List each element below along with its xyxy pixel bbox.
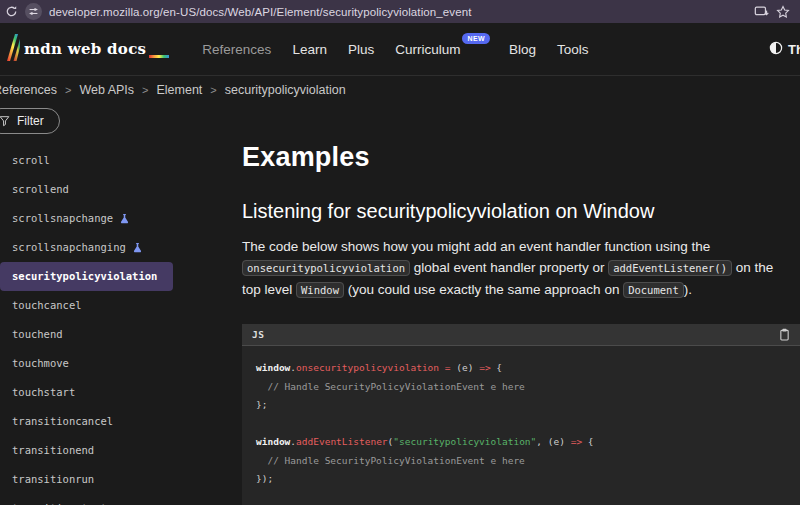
breadcrumb-separator: > bbox=[210, 84, 216, 96]
sidebar-event-list: scrollscrollendscrollsnapchangescrollsna… bbox=[0, 146, 242, 505]
browser-chrome: developer.mozilla.org/en-US/docs/Web/API… bbox=[0, 0, 800, 23]
code-line: window.onsecuritypolicyviolation = (e) =… bbox=[256, 359, 786, 378]
examples-heading: Examples bbox=[242, 142, 800, 173]
description-paragraph: The code below shows how you might add a… bbox=[242, 236, 794, 301]
experimental-flask-icon bbox=[119, 213, 130, 224]
code-line bbox=[256, 415, 786, 434]
code-token: // Handle SecurityPolicyViolationEvent e… bbox=[256, 381, 525, 392]
breadcrumb-item[interactable]: securitypolicyviolation bbox=[225, 83, 346, 97]
code-line: }); bbox=[256, 470, 786, 489]
nav-item-learn[interactable]: Learn bbox=[292, 42, 327, 57]
code-line: window.addEventListener("securitypolicyv… bbox=[256, 433, 786, 452]
breadcrumb: References>Web APIs>Element>securitypoli… bbox=[0, 76, 800, 103]
paragraph-text: ). bbox=[684, 282, 692, 297]
code-token: }; bbox=[256, 399, 267, 410]
code-token: , ( bbox=[536, 436, 553, 447]
paragraph-text: (you could use exactly the same approach… bbox=[344, 282, 623, 297]
breadcrumb-item[interactable]: Web APIs bbox=[79, 83, 134, 97]
section-heading: Listening for securitypolicyviolation on… bbox=[242, 200, 800, 223]
code-token: window bbox=[256, 362, 290, 373]
code-token: onsecuritypolicyviolation bbox=[296, 362, 439, 373]
code-token: // Handle SecurityPolicyViolationEvent e… bbox=[256, 455, 525, 466]
breadcrumb-item[interactable]: References bbox=[0, 83, 57, 97]
experimental-flask-icon bbox=[132, 242, 143, 253]
url-bar[interactable]: developer.mozilla.org/en-US/docs/Web/API… bbox=[49, 6, 747, 18]
inline-code: Window bbox=[296, 282, 344, 298]
sidebar-item-transitionstart[interactable]: transitionstart bbox=[0, 494, 119, 505]
sidebar-item-label: transitioncancel bbox=[12, 415, 113, 428]
theme-toggle[interactable]: Theme bbox=[769, 41, 800, 58]
sidebar-item-scrollsnapchanging[interactable]: scrollsnapchanging bbox=[0, 233, 155, 262]
sidebar-item-label: scrollsnapchanging bbox=[12, 241, 126, 254]
filter-button[interactable]: Filter bbox=[0, 108, 60, 134]
code-line: // Handle SecurityPolicyViolationEvent e… bbox=[256, 452, 786, 471]
sidebar-item-scrollend[interactable]: scrollend bbox=[0, 175, 81, 204]
code-token: window bbox=[256, 436, 290, 447]
theme-icon bbox=[769, 41, 783, 58]
code-token: addEventListener bbox=[296, 436, 388, 447]
code-token: ( bbox=[451, 362, 462, 373]
sidebar: Filter scrollscrollendscrollsnapchangesc… bbox=[0, 103, 242, 505]
sidebar-item-label: touchstart bbox=[12, 386, 75, 399]
inline-code: addEventListener() bbox=[608, 260, 732, 276]
sidebar-item-touchstart[interactable]: touchstart bbox=[0, 378, 87, 407]
theme-label: Theme bbox=[788, 42, 800, 57]
code-token: => bbox=[479, 362, 490, 373]
reload-icon[interactable] bbox=[5, 5, 18, 18]
nav-item-tools[interactable]: Tools bbox=[557, 42, 589, 57]
sidebar-item-label: touchcancel bbox=[12, 299, 82, 312]
code-token: }); bbox=[256, 473, 273, 484]
sidebar-item-transitionend[interactable]: transitionend bbox=[0, 436, 106, 465]
bookmark-star-icon[interactable] bbox=[776, 5, 790, 19]
sidebar-item-touchend[interactable]: touchend bbox=[0, 320, 75, 349]
mdn-logo[interactable]: mdn web docs bbox=[10, 34, 169, 65]
sidebar-item-label: scroll bbox=[12, 154, 50, 167]
code-token: { bbox=[582, 436, 593, 447]
main-nav: ReferencesLearnPlusCurriculumNEWBlogTool… bbox=[202, 42, 588, 57]
sidebar-item-transitioncancel[interactable]: transitioncancel bbox=[0, 407, 125, 436]
sidebar-item-label: scrollend bbox=[12, 183, 69, 196]
sidebar-item-touchmove[interactable]: touchmove bbox=[0, 349, 81, 378]
breadcrumb-separator: > bbox=[142, 84, 148, 96]
filter-label: Filter bbox=[17, 114, 44, 128]
code-body: window.onsecuritypolicyviolation = (e) =… bbox=[242, 346, 800, 505]
code-line: }; bbox=[256, 396, 786, 415]
paragraph-text: global event handler property or bbox=[410, 260, 608, 275]
inline-code: Document bbox=[623, 282, 684, 298]
sidebar-item-scrollsnapchange[interactable]: scrollsnapchange bbox=[0, 204, 142, 233]
sidebar-item-label: touchmove bbox=[12, 357, 69, 370]
sidebar-item-securitypolicyviolation[interactable]: securitypolicyviolation bbox=[0, 262, 173, 291]
logo-wordmark: mdn web docs bbox=[24, 40, 146, 58]
nav-item-blog[interactable]: Blog bbox=[509, 42, 536, 57]
mdn-header: mdn web docs ReferencesLearnPlusCurricul… bbox=[0, 23, 800, 76]
sidebar-item-label: transitionend bbox=[12, 444, 94, 457]
new-badge: NEW bbox=[462, 33, 490, 44]
save-page-icon[interactable] bbox=[754, 5, 769, 18]
funnel-icon bbox=[0, 115, 10, 127]
code-example-header: JS bbox=[242, 324, 800, 346]
site-settings-icon[interactable] bbox=[25, 3, 42, 20]
nav-item-plus[interactable]: Plus bbox=[348, 42, 374, 57]
sidebar-item-transitionrun[interactable]: transitionrun bbox=[0, 465, 106, 494]
main-content: Examples Listening for securitypolicyvio… bbox=[242, 103, 800, 505]
sidebar-item-label: transitionrun bbox=[12, 473, 94, 486]
code-token: ) bbox=[468, 362, 479, 373]
paragraph-text: The code below shows how you might add a… bbox=[242, 239, 710, 254]
breadcrumb-item[interactable]: Element bbox=[156, 83, 202, 97]
code-example-block: JS window.onsecuritypolicyviolation = (e… bbox=[242, 324, 800, 505]
inline-code: onsecuritypolicyviolation bbox=[242, 260, 410, 276]
sidebar-item-label: touchend bbox=[12, 328, 63, 341]
code-line: // Handle SecurityPolicyViolationEvent e… bbox=[256, 378, 786, 397]
nav-item-references[interactable]: References bbox=[202, 42, 271, 57]
sidebar-item-scroll[interactable]: scroll bbox=[0, 146, 62, 175]
sidebar-item-touchcancel[interactable]: touchcancel bbox=[0, 291, 94, 320]
code-token: => bbox=[571, 436, 582, 447]
copy-icon[interactable] bbox=[779, 328, 790, 341]
code-language-label: JS bbox=[252, 329, 264, 340]
sidebar-item-label: securitypolicyviolation bbox=[12, 270, 157, 283]
breadcrumb-separator: > bbox=[65, 84, 71, 96]
logo-underline bbox=[149, 55, 169, 58]
nav-item-curriculum[interactable]: CurriculumNEW bbox=[395, 42, 488, 57]
mdn-logo-mark-icon bbox=[7, 34, 20, 65]
code-token: "securitypolicyviolation" bbox=[393, 436, 536, 447]
